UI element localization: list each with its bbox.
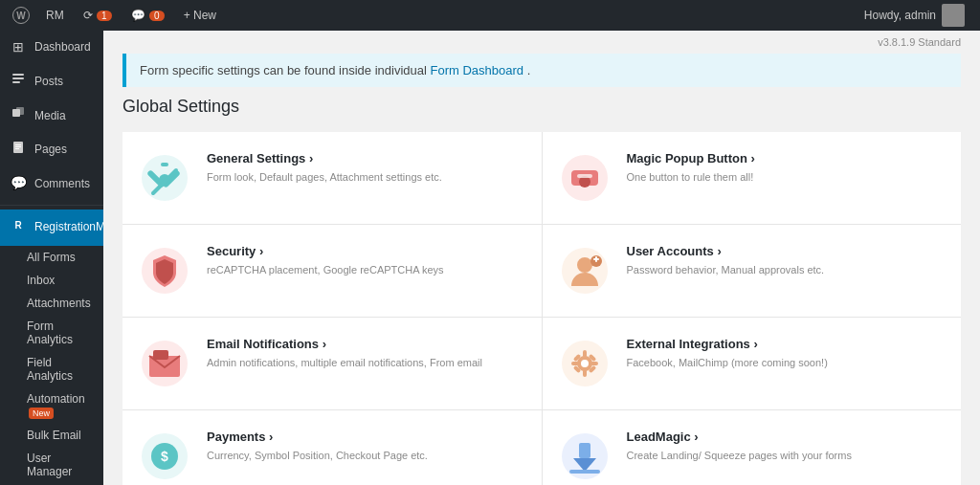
page-title: Global Settings [103,97,980,132]
payments-icon: $ [138,430,191,483]
external-integrations-content: External Integrations › Facebook, MailCh… [627,337,828,371]
admin-bar: W RM ⟳ 1 💬 0 + New Howdy, admin [0,0,980,31]
svg-rect-10 [15,148,19,149]
comments-count: 0 [149,11,165,21]
notice-text-after: . [527,63,531,77]
layout: ⊞ Dashboard Posts Media Pages 💬 Comments [0,31,980,485]
card-email-notifications[interactable]: Email Notifications › Admin notification… [122,318,542,409]
sidebar-item-comments[interactable]: 💬 Comments [0,166,103,201]
magic-popup-desc: One button to rule them all! [627,169,755,186]
card-payments[interactable]: $ Payments › Currency, Symbol Position, … [122,410,542,485]
dashboard-icon: ⊞ [10,38,27,57]
site-name-label: RM [46,9,64,22]
comments-menu-icon: 💬 [10,174,27,193]
svg-rect-9 [15,146,21,147]
site-name-item[interactable]: RM [38,0,72,31]
sidebar-item-registrationmagic[interactable]: R RegistrationMagic [0,209,103,246]
svg-rect-31 [153,350,168,360]
email-notifications-icon [138,337,191,390]
user-accounts-desc: Password behavior, Manual approvals etc. [627,262,825,278]
new-label: + New [184,9,216,22]
svg-text:$: $ [161,449,168,464]
card-leadmagic[interactable]: LeadMagic › Create Landing/ Squeeze page… [543,410,962,485]
version-bar: v3.8.1.9 Standard [103,31,980,54]
magic-popup-content: Magic Popup Button › One button to rule … [627,151,755,186]
wp-logo[interactable]: W [8,0,34,31]
submenu-user-manager[interactable]: User Manager [0,447,103,483]
notice-text-before: Form specific settings can be found insi… [140,63,427,77]
card-external-integrations[interactable]: External Integrations › Facebook, MailCh… [543,318,962,409]
version-label: v3.8.1.9 Standard [878,36,961,48]
submenu-all-forms[interactable]: All Forms [0,246,103,269]
email-notifications-content: Email Notifications › Admin notification… [207,337,482,371]
payments-title: Payments › [207,430,428,444]
security-icon [138,244,191,298]
avatar [942,4,965,27]
security-desc: reCAPTCHA placement, Google reCAPTCHA ke… [207,262,444,278]
howdy-label[interactable]: Howdy, admin [857,0,972,31]
sidebar-item-media[interactable]: Media [0,99,103,133]
general-settings-title: General Settings › [207,151,442,165]
general-settings-desc: Form look, Default pages, Attachment set… [207,169,442,186]
media-icon [10,106,27,125]
comments-icon: 💬 [131,9,145,22]
posts-icon [10,73,27,92]
leadmagic-icon [558,430,612,483]
svg-rect-35 [583,350,587,358]
email-notifications-desc: Admin notifications, multiple email noti… [207,355,482,371]
main-content: v3.8.1.9 Standard Form specific settings… [103,31,980,485]
svg-rect-22 [577,174,592,178]
pages-icon [10,141,27,160]
submenu-field-analytics[interactable]: Field Analytics [0,351,103,387]
svg-rect-8 [15,144,21,145]
svg-rect-37 [571,362,579,365]
new-item[interactable]: + New [176,0,224,31]
submenu-attachments[interactable]: Attachments [0,292,103,315]
menu-separator-1 [0,205,103,206]
payments-desc: Currency, Symbol Position, Checkout Page… [207,448,428,464]
sidebar-item-posts[interactable]: Posts [0,65,103,99]
svg-rect-47 [579,443,590,458]
sidebar-item-dashboard[interactable]: ⊞ Dashboard [0,31,103,65]
external-integrations-title: External Integrations › [627,337,828,351]
svg-rect-14 [161,163,168,166]
external-integrations-icon [558,337,612,390]
svg-rect-36 [583,369,587,377]
svg-point-25 [577,257,592,273]
svg-point-34 [581,360,589,367]
user-accounts-title: User Accounts › [627,244,825,258]
leadmagic-desc: Create Landing/ Squeeze pages with your … [627,448,852,464]
sidebar-item-pages[interactable]: Pages [0,133,103,167]
magic-popup-icon [558,151,612,205]
email-notifications-title: Email Notifications › [207,337,482,351]
svg-rect-28 [595,256,597,262]
general-settings-icon [138,151,191,205]
form-dashboard-link[interactable]: Form Dashboard [431,63,524,77]
updates-icon: ⟳ [83,9,93,22]
card-magic-popup[interactable]: Magic Popup Button › One button to rule … [543,132,962,224]
svg-rect-4 [12,81,20,83]
svg-rect-3 [12,77,24,79]
card-security[interactable]: Security › reCAPTCHA placement, Google r… [122,225,542,317]
svg-rect-6 [16,107,24,115]
notice-bar: Form specific settings can be found insi… [122,54,961,87]
comments-item[interactable]: 💬 0 [123,0,172,31]
adminbar-right: Howdy, admin [857,0,972,31]
leadmagic-title: LeadMagic › [627,430,852,444]
updates-item[interactable]: ⟳ 1 [76,0,120,31]
updates-count: 1 [97,11,112,21]
submenu-form-analytics[interactable]: Form Analytics [0,315,103,351]
card-user-accounts[interactable]: User Accounts › Password behavior, Manua… [543,225,962,317]
user-accounts-content: User Accounts › Password behavior, Manua… [627,244,825,278]
card-general-settings[interactable]: General Settings › Form look, Default pa… [122,132,542,224]
automation-new-badge: New [29,408,54,419]
regmagic-icon: R [10,217,27,238]
submenu-bulk-email[interactable]: Bulk Email [0,424,103,447]
magic-popup-title: Magic Popup Button › [627,151,755,165]
external-integrations-desc: Facebook, MailChimp (more coming soon!) [627,355,828,371]
submenu-inbox[interactable]: Inbox [0,269,103,292]
general-settings-content: General Settings › Form look, Default pa… [207,151,442,186]
user-accounts-icon [558,244,612,298]
svg-text:R: R [14,220,22,231]
submenu-automation[interactable]: Automation New [0,387,103,424]
